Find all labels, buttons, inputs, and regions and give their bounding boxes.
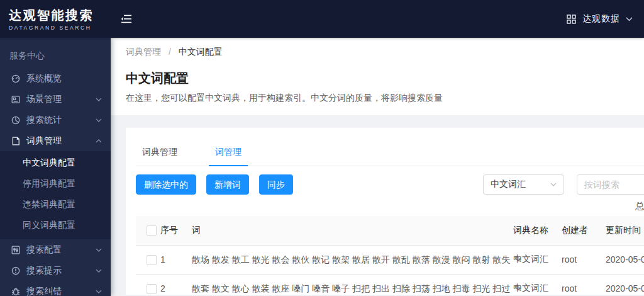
chevron-down-icon [96,118,102,122]
sidebar-item-label: 词典管理 [26,135,62,147]
row-checkbox[interactable] [147,284,157,294]
row-words: 散套 散文 散心 散装 散座 嗓门 嗓音 嗓子 扫把 扫出 扫除 扫荡 扫地 扫… [192,283,510,293]
table-row-0: 1散场 散发 散工 散光 散会 散伙 散记 散架 散居 散开 散乱 散落 散漫 … [136,245,644,274]
word-search-input[interactable] [577,174,644,195]
content-gap [111,115,644,128]
breadcrumb-parent-link[interactable]: 词典管理 [126,47,161,57]
sidebar-submenu: 中文词典配置停用词典配置违禁词典配置同义词典配置 [0,151,111,239]
toolbar-button-0[interactable]: 删除选中的 [136,174,196,195]
dashboard-icon [11,74,20,83]
breadcrumb: 词典管理 / 中文词配置 [126,47,629,57]
sidebar-item-3[interactable]: 词典管理 [0,130,111,151]
select-all-checkbox[interactable] [147,225,157,236]
page-description: 在这里，您可以配置中文词典，用于构建索引。中文分词的质量，将影响搜索质量 [126,91,629,104]
chevron-down-icon [626,17,633,21]
grid-apps-icon [567,14,576,24]
button-group: 删除选中的新增词同步 [136,174,303,195]
sidebar-item-0[interactable]: 系统概览 [0,68,111,89]
words-table: 序号 词 词典名称 创建者 更新时间 1散场 散发 散工 散光 散会 散伙 散记… [136,216,644,296]
column-header-words: 词 [185,216,504,245]
tab-0[interactable]: 词典管理 [136,128,184,166]
total-count-label: 总 [635,201,644,212]
row-updated-time: 2020-05-06 [600,274,644,296]
breadcrumb-separator: / [169,47,171,57]
sidebar-nav: 服务中心 系统概览场景管理搜索统计词典管理中文词典配置停用词典配置违禁词典配置同… [0,38,111,296]
row-words: 散场 散发 散工 散光 散会 散伙 散记 散架 散居 散开 散乱 散落 散漫 散… [192,254,510,265]
toolbar-button-1[interactable]: 新增词 [206,174,249,195]
sidebar-item-5[interactable]: 搜索提示 [0,260,111,281]
sidebar-subitem-3[interactable]: 同义词典配置 [0,215,111,236]
sidebar-item-6[interactable]: 搜索纠错 [0,281,111,296]
sidebar-group-label: 服务中心 [0,45,111,68]
sidebar-item-4[interactable]: 搜索配置 [0,239,111,260]
page-header-block: 词典管理 / 中文词配置 中文词配置 在这里，您可以配置中文词典，用于构建索引。… [111,38,644,115]
row-index: 2 [157,274,185,296]
column-header-index: 序号 [157,216,185,245]
chevron-down-icon [96,269,102,273]
scene-icon [11,95,20,104]
row-dict-name: 中文词汇 [504,245,556,274]
row-creator: root [556,274,600,296]
sidebar-item-label: 系统概览 [26,73,62,84]
brand-subtitle: DATAGRAND SEARCH [9,25,111,31]
sidebar-item-label: 搜索统计 [26,115,62,126]
sidebar-subitem-0[interactable]: 中文词典配置 [0,152,111,173]
tab-1[interactable]: 词管理 [209,128,248,166]
chevron-down-icon [96,98,102,101]
row-checkbox[interactable] [147,255,157,265]
dictionary-select[interactable]: 中文词汇 [483,174,564,195]
app-window: 达观智能搜索 DATAGRAND SEARCH 达观数据 服务中心 系统概览场景… [0,0,644,296]
brand-title: 达观智能搜索 [9,8,111,23]
sidebar-subitem-2[interactable]: 违禁词典配置 [0,194,111,215]
sidebar-item-label: 搜索纠错 [26,286,62,296]
filter-controls: 中文词汇 [483,174,644,195]
dictionary-icon [11,137,20,145]
column-header-updated: 更新时间 [600,216,644,245]
breadcrumb-current: 中文词配置 [179,47,223,57]
chevron-down-icon [96,290,102,293]
chevron-down-icon [96,248,102,252]
sidebar-item-1[interactable]: 场景管理 [0,89,111,110]
workspace-name: 达观数据 [582,13,620,25]
row-updated-time: 2020-05-06 [600,245,644,274]
sidebar-item-2[interactable]: 搜索统计 [0,110,111,130]
sliders-icon [11,246,20,254]
page-title: 中文词配置 [126,70,629,86]
column-header-creator: 创建者 [556,216,600,245]
sidebar-item-label: 搜索提示 [26,265,62,276]
table-header-row: 序号 词 词典名称 创建者 更新时间 [136,216,644,245]
sidebar-item-label: 场景管理 [26,94,62,105]
tab-bar: 词典管理词管理 [136,128,644,166]
column-header-dict: 词典名称 [504,216,556,245]
toolbar-button-2[interactable]: 同步 [259,174,293,195]
bug-icon [11,287,20,296]
exclamation-circle-icon [11,266,20,275]
main-content: 词典管理 / 中文词配置 中文词配置 在这里，您可以配置中文词典，用于构建索引。… [111,38,644,296]
dictionary-select-value: 中文词汇 [491,179,526,190]
menu-fold-icon[interactable] [121,13,133,25]
table-row-1: 2散套 散文 散心 散装 散座 嗓门 嗓音 嗓子 扫把 扫出 扫除 扫荡 扫地 … [136,274,644,296]
row-index: 1 [157,245,185,274]
sidebar-subitem-1[interactable]: 停用词典配置 [0,173,111,194]
sidebar-item-label: 搜索配置 [26,244,62,256]
row-dict-name: 中文词汇 [504,274,556,296]
top-header-bar: 达观智能搜索 DATAGRAND SEARCH 达观数据 [0,0,644,38]
row-creator: root [556,245,600,274]
content-card: 词典管理词管理 删除选中的新增词同步 中文词汇 总 [126,128,644,295]
chevron-down-icon [550,183,557,186]
total-count-line: 总 [136,195,644,216]
pie-chart-icon [11,116,20,125]
workspace-switcher[interactable]: 达观数据 [567,13,633,25]
toolbar: 删除选中的新增词同步 中文词汇 [136,174,644,195]
chevron-up-icon [96,139,102,143]
brand-logo: 达观智能搜索 DATAGRAND SEARCH [0,8,111,31]
